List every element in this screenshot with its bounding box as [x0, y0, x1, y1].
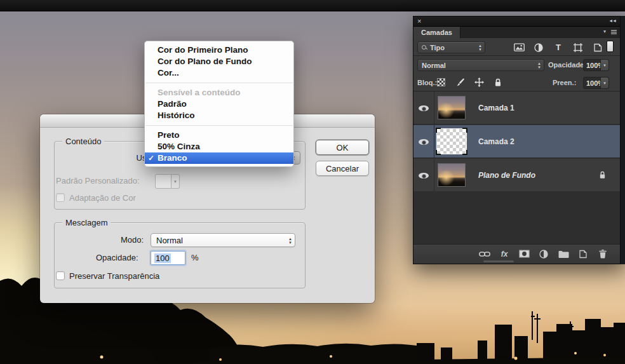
delete-layer-icon[interactable]: [597, 248, 608, 260]
visibility-toggle[interactable]: [413, 91, 434, 125]
lock-row: Bloq.: Preen.: 100% ▼: [413, 74, 620, 91]
preserve-transparency-label: Preservar Transparência: [69, 271, 159, 281]
layers-panel: × ◄◄ Camadas ▾ Tipo ▲▼: [413, 16, 625, 264]
layer-style-fx-icon[interactable]: fx: [499, 248, 510, 260]
selection-corner: [462, 128, 467, 133]
collapse-panel-icon[interactable]: ◄◄: [608, 18, 616, 23]
layer-name[interactable]: Camada 1: [478, 104, 514, 112]
custom-pattern-label: Padrão Personalizado:: [56, 176, 140, 185]
filter-pixel-layers-icon[interactable]: [512, 42, 526, 53]
adjustment-layer-icon[interactable]: [538, 248, 549, 260]
panel-header: × ◄◄: [413, 17, 620, 27]
use-dropdown-menu: Cor do Primeiro Plano Cor do Plano de Fu…: [144, 41, 294, 167]
color-adaptation-checkbox: [56, 193, 65, 202]
menu-item-label: Branco: [158, 153, 187, 163]
menu-item-cor[interactable]: Cor...: [145, 67, 293, 79]
opacity-unit-label: %: [191, 253, 199, 262]
filter-type-value: Tipo: [430, 44, 445, 51]
lock-paint-icon[interactable]: [454, 77, 466, 88]
menu-item-sensivel-a-conteudo: Sensível a conteúdo: [145, 87, 293, 98]
custom-pattern-swatch: [155, 174, 171, 189]
menu-item-preto[interactable]: Preto: [145, 130, 293, 141]
menu-separator: [145, 83, 293, 83]
panel-resize-grip[interactable]: [483, 260, 514, 262]
link-layers-icon[interactable]: [479, 248, 490, 260]
filter-type-layers-icon[interactable]: T: [551, 42, 565, 53]
layer-name[interactable]: Plano de Fundo: [478, 171, 535, 180]
blend-row: Normal ▲▼ Opacidade: 100% ▼: [413, 56, 620, 74]
opacity-input[interactable]: 100: [151, 251, 185, 265]
checkmark-icon: ✓: [148, 152, 154, 164]
ok-button[interactable]: OK: [316, 140, 369, 155]
layer-thumbnail[interactable]: [438, 163, 466, 187]
caret-down-icon[interactable]: ▼: [600, 60, 608, 71]
stepper-icon: ▲▼: [537, 60, 541, 71]
layer-row-plano-de-fundo[interactable]: Plano de Fundo: [413, 159, 620, 192]
layer-row-camada-1[interactable]: Camada 1: [413, 91, 620, 125]
layer-thumbnail-transparent[interactable]: [436, 128, 467, 154]
arrow-down-icon: ▼: [173, 180, 177, 184]
filter-type-select[interactable]: Tipo ▲▼: [417, 41, 485, 53]
filtering-toggle[interactable]: [607, 41, 614, 52]
content-group-label: Conteúdo: [62, 137, 104, 146]
cancel-button[interactable]: Cancelar: [316, 161, 369, 176]
panel-menu-icon[interactable]: ▾: [603, 29, 617, 36]
blend-mode-select[interactable]: Normal ▲▼: [417, 59, 544, 71]
layer-row-camada-2[interactable]: Camada 2: [413, 125, 620, 158]
close-icon[interactable]: ×: [417, 17, 421, 25]
selection-corner: [436, 150, 441, 155]
top-app-bar: [0, 0, 625, 11]
eye-icon: [419, 139, 429, 145]
tab-camadas[interactable]: Camadas: [413, 27, 460, 38]
eye-icon: [419, 173, 429, 179]
background-lock-icon: [599, 170, 606, 182]
layers-panel-inner: × ◄◄ Camadas ▾ Tipo ▲▼: [413, 16, 621, 264]
layer-name[interactable]: Camada 2: [478, 137, 514, 146]
preserve-transparency-checkbox[interactable]: [56, 271, 65, 280]
mode-label: Modo:: [121, 235, 144, 245]
new-group-icon[interactable]: [558, 248, 569, 260]
layer-thumbnail[interactable]: [438, 96, 466, 119]
color-adaptation-label: Adaptação de Cor: [69, 193, 136, 203]
opacity-label: Opacidade:: [96, 253, 138, 262]
filter-smart-objects-icon[interactable]: [591, 42, 605, 53]
add-layer-mask-icon[interactable]: [518, 248, 530, 260]
search-icon: [422, 45, 427, 50]
layer-list-empty-area: [413, 191, 620, 245]
panel-footer-toolbar: fx: [413, 244, 620, 263]
new-layer-icon[interactable]: [577, 248, 589, 260]
panel-opacity-label: Opacidade:: [548, 61, 586, 69]
mode-select[interactable]: Normal ▲▼: [151, 233, 295, 247]
caret-down-icon: ▾: [603, 29, 606, 34]
selection-corner: [436, 128, 441, 133]
panel-opacity-value[interactable]: 100% ▼: [583, 59, 609, 71]
lock-position-icon[interactable]: [473, 77, 485, 88]
filter-shape-layers-icon[interactable]: [571, 42, 585, 53]
panel-tab-bar: Camadas ▾: [413, 27, 620, 38]
menu-item-50-cinza[interactable]: 50% Cinza: [145, 141, 293, 152]
eye-icon: [419, 105, 429, 111]
mode-select-value: Normal: [156, 236, 183, 245]
visibility-toggle[interactable]: [413, 159, 434, 192]
panel-fill-value[interactable]: 100% ▼: [583, 77, 609, 89]
selection-corner: [462, 150, 467, 155]
filter-row: Tipo ▲▼ T: [413, 38, 620, 56]
blending-group-label: Mesclagem: [62, 218, 111, 227]
lock-label: Bloq.:: [417, 79, 437, 86]
menu-item-branco[interactable]: ✓ Branco: [145, 152, 293, 164]
blend-mode-value: Normal: [422, 62, 446, 69]
menu-item-cor-do-plano-de-fundo[interactable]: Cor do Plano de Fundo: [145, 56, 293, 67]
stepper-icon: ▲▼: [478, 43, 482, 53]
visibility-toggle[interactable]: [413, 125, 434, 158]
hamburger-icon: [610, 29, 617, 36]
menu-item-cor-do-primeiro-plano[interactable]: Cor do Primeiro Plano: [145, 44, 293, 56]
menu-item-padrao[interactable]: Padrão: [145, 98, 293, 110]
menu-separator: [145, 125, 293, 126]
caret-down-icon[interactable]: ▼: [600, 78, 608, 88]
menu-item-historico[interactable]: Histórico: [145, 110, 293, 121]
filter-adjustment-layers-icon[interactable]: [532, 42, 546, 53]
lock-all-icon[interactable]: [492, 77, 504, 88]
stepper-icon: ▲▼: [288, 234, 292, 246]
layer-list: Camada 1 Camada 2 Plano de Fundo: [413, 91, 620, 191]
lock-transparency-icon[interactable]: [435, 77, 447, 88]
